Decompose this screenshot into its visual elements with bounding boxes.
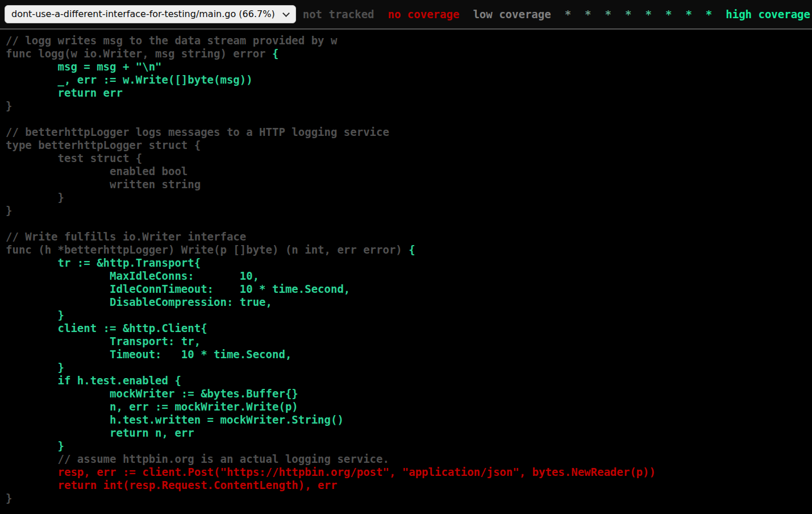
legend-cov6: *: [645, 8, 651, 20]
code-segment-covered: { tr := &http.Transport{ MaxIdleConns: 1…: [6, 243, 415, 452]
code-segment-untracked: } // betterhttpLogger logs messages to a…: [6, 100, 409, 256]
legend-cov7: *: [665, 8, 672, 20]
legend-cov8: *: [685, 8, 692, 20]
legend-cov9: *: [706, 8, 712, 20]
legend-not-tracked: not tracked: [303, 8, 374, 20]
legend-cov2: *: [565, 8, 571, 20]
source-code: // logg writes msg to the data stream pr…: [6, 34, 812, 505]
code-segment-untracked: }: [6, 492, 12, 504]
file-select-wrap: dont-use-a-different-interface-for-testi…: [5, 5, 296, 23]
coverage-legend: not trackedno coveragelow coverage******…: [303, 8, 810, 20]
file-select[interactable]: dont-use-a-different-interface-for-testi…: [5, 5, 296, 23]
code-segment-uncovered: resp, err := client.Post("https://httpbi…: [6, 466, 656, 491]
legend-cov10: high coverage: [726, 8, 810, 20]
code-segment-untracked: // logg writes msg to the data stream pr…: [6, 34, 337, 60]
legend-cov1: low coverage: [473, 8, 551, 20]
legend-cov5: *: [625, 8, 631, 20]
topbar: dont-use-a-different-interface-for-testi…: [0, 0, 812, 30]
legend-cov0: no coverage: [388, 8, 460, 20]
legend-cov3: *: [585, 8, 591, 20]
code-segment-untracked: // assume httpbin.org is an actual loggi…: [6, 453, 389, 465]
legend-cov4: *: [605, 8, 611, 20]
